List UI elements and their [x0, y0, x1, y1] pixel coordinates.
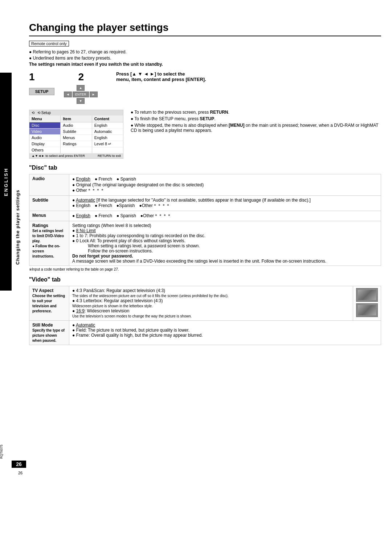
press-line2: menu, item, content and press [ENTER]. — [116, 77, 206, 82]
audio-options: ● English ● French ● Spanish ● Original … — [69, 174, 381, 196]
menu-col-item: Item — [61, 116, 92, 122]
table-row: Ratings Set a ratings level to limit DVD… — [29, 221, 381, 266]
enter-btn: ENTER — [73, 92, 89, 97]
menu-setup-title: ⟲ ⟲ Setup — [29, 110, 123, 116]
tv-aspect-options: ● 4:3 Pan&Scan: Regular aspect televisio… — [69, 286, 353, 321]
setup-diagram: SETUP — [29, 88, 54, 95]
changing-label: Changing the player settings — [15, 190, 20, 264]
arrow-up: ▲ — [77, 85, 85, 91]
setup-title-text: ⟲ Setup — [37, 111, 51, 115]
table-row: Still Mode Specify the type of picture s… — [29, 321, 381, 345]
ratings-options: Setting ratings (When level 8 is selecte… — [69, 221, 381, 266]
disc-tab-title: "Disc" tab — [29, 165, 381, 171]
asterisk-note: ※Input a code number referring to the ta… — [29, 267, 381, 271]
menu-note3: ● While stopped, the menu is also displa… — [131, 123, 381, 133]
ratings-label: Ratings Set a ratings level to limit DVD… — [29, 221, 69, 266]
english-label: ENGLISH — [3, 167, 9, 196]
subtitle-options: ● Automatic [If the language selected fo… — [69, 196, 381, 211]
menu-cell-others: Others — [29, 147, 60, 153]
menu-col-headers: Menu Item Content — [29, 116, 123, 122]
remote-control-only-badge: Remote control only — [29, 41, 69, 46]
menu-col-1: Disc Video Audio Display Others — [29, 122, 61, 153]
menu-diagram: ⟲ ⟲ Setup Menu Item Content Disc Video A… — [29, 110, 381, 159]
press-instruction-area: Press [▲ ▼ ◄ ►] to select the menu, item… — [116, 71, 381, 86]
still-mode-options: ● Automatic ● Field: The picture is not … — [69, 321, 381, 345]
video-tab-title: "Video" tab — [29, 276, 381, 283]
page-number: 26 — [16, 461, 22, 467]
menu-table: ⟲ ⟲ Setup Menu Item Content Disc Video A… — [29, 110, 123, 159]
tv-aspect-label: TV Aspect Choose the setting to suit you… — [29, 286, 69, 321]
rqt-code: RQT6075 — [0, 445, 3, 459]
menu-col-menu: Menu — [29, 116, 61, 122]
main-content: Changing the player settings Remote cont… — [29, 0, 381, 345]
arrow-down: ▼ — [77, 98, 85, 104]
tv-img-1 — [356, 288, 378, 302]
table-row: TV Aspect Choose the setting to suit you… — [29, 286, 381, 321]
item-cell-subtitle: Subtitle — [61, 129, 91, 135]
table-row: Subtitle ● Automatic [If the language se… — [29, 196, 381, 211]
menu-col-2: Audio Subtitle Menus Ratings — [61, 122, 92, 153]
menu-notes: ● To return to the previous screen, pres… — [131, 110, 381, 159]
steps-section: 1 2 SETUP ▲ ◄ ENTER ► ▼ — [29, 71, 381, 104]
menu-note2: ● To finish the SETUP menu, press SETUP. — [131, 116, 381, 121]
menu-cell-disc: Disc — [29, 122, 60, 129]
press-instruction: Press [▲ ▼ ◄ ►] to select the menu, item… — [116, 71, 381, 82]
tv-aspect-images — [353, 286, 381, 321]
item-cell-audio: Audio — [61, 122, 91, 129]
intro-bold-note: The settings remain intact even if you s… — [29, 62, 381, 67]
menu-note1: ● To return to the previous screen, pres… — [131, 110, 381, 115]
menus-options: ● English ● French ● Spanish ●Other＊＊＊＊ — [69, 211, 381, 221]
audio-label: Audio — [29, 174, 69, 196]
content-cell-automatic: Automatic — [92, 129, 123, 135]
menu-footer: ▲▼◄► to select and press ENTER RETURN to… — [29, 153, 123, 158]
arrow-left: ◄ — [64, 92, 72, 97]
item-cell-ratings: Ratings — [61, 141, 91, 147]
menus-label: Menus — [29, 211, 69, 221]
still-mode-label: Still Mode Specify the type of picture s… — [29, 321, 69, 345]
arrow-right: ► — [90, 92, 98, 97]
step-numbers: 1 2 — [29, 71, 109, 83]
table-row: Audio ● English ● French ● Spanish ● Ori… — [29, 174, 381, 196]
intro-bullet1: ● Referring to pages 26 to 27, change as… — [29, 49, 381, 54]
table-row: Menus ● English ● French ● Spanish ●Othe… — [29, 211, 381, 221]
step-2-number: 2 — [78, 71, 84, 83]
menu-col-content: Content — [92, 116, 123, 122]
page-number-plain: 26 — [18, 471, 23, 475]
menu-cell-video: Video — [29, 129, 60, 135]
intro-bullet2: ● Underlined items are the factory prese… — [29, 56, 381, 61]
menu-data-rows: Disc Video Audio Display Others Audio Su… — [29, 122, 123, 153]
menu-col-3: English Automatic English Level 8 ↵ — [92, 122, 123, 153]
menu-footer-right: RETURN to exit — [98, 154, 121, 158]
nav-arrows: ▲ ◄ ENTER ► ▼ — [64, 85, 98, 104]
press-line1: Press [▲ ▼ ◄ ►] to select the — [116, 71, 185, 77]
disc-settings-table: Audio ● English ● French ● Spanish ● Ori… — [29, 174, 381, 266]
video-settings-table: TV Aspect Choose the setting to suit you… — [29, 286, 381, 345]
intro-bullets: ● Referring to pages 26 to 27, change as… — [29, 49, 381, 67]
content-cell-english: English — [92, 122, 123, 129]
subtitle-label: Subtitle — [29, 196, 69, 211]
english-sidebar: ENGLISH — [0, 73, 12, 291]
changing-sidebar: Changing the player settings — [12, 73, 23, 381]
menu-cell-audio: Audio — [29, 135, 60, 141]
page-title: Changing the player settings — [29, 22, 381, 36]
content-cell-english2: English — [92, 135, 123, 141]
item-cell-menus: Menus — [61, 135, 91, 141]
setup-box: SETUP — [29, 88, 54, 95]
step-1-number: 1 — [29, 71, 35, 83]
menu-footer-left: ▲▼◄► to select and press ENTER — [32, 154, 85, 158]
page-number-box: 26 — [12, 461, 26, 468]
content-cell-level8: Level 8 ↵ — [92, 141, 123, 147]
tv-img-2 — [356, 303, 378, 317]
menu-cell-display: Display — [29, 141, 60, 147]
